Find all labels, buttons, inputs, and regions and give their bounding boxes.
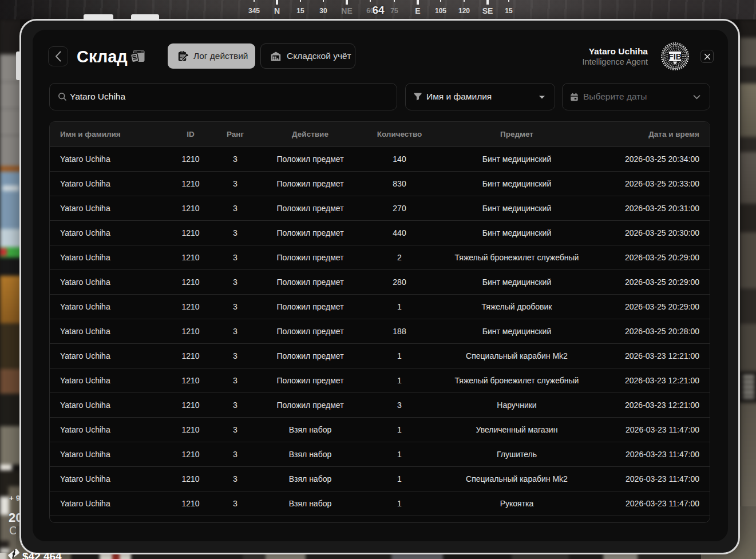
svg-text:FIB: FIB [668,52,682,61]
